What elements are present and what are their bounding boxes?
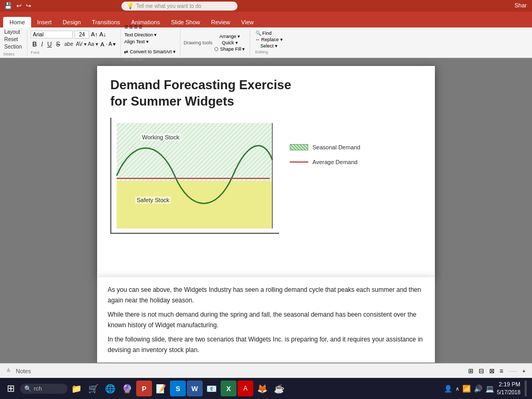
underline-button[interactable]: U (45, 40, 53, 49)
strikethrough-button[interactable]: S (54, 40, 62, 49)
slide-text-area: As you can see above, the Widgets Indust… (97, 277, 435, 363)
tray-expand-icon[interactable]: ∧ (455, 386, 459, 392)
tell-me-text: Tell me what you want to do (136, 3, 201, 9)
taskbar-cortana[interactable]: 🔮 (119, 381, 135, 396)
font-group: A↑ A↓ B I U S abe AV ▾ Aa ▾ A · A ▾ Font (31, 29, 121, 56)
taskbar-outlook[interactable]: 📧 (204, 381, 220, 396)
average-demand-label: Average Demand (312, 159, 357, 165)
lightbulb-icon: 💡 (127, 3, 134, 10)
taskbar-excel[interactable]: X (221, 381, 236, 396)
start-button[interactable]: ⊞ (2, 380, 19, 397)
tab-review[interactable]: Review (206, 17, 235, 27)
character-spacing-button[interactable]: abe (63, 41, 75, 48)
chart-legend: Seasonal Demand Average Demand (290, 118, 360, 165)
find-button[interactable]: 🔍 Find (255, 31, 283, 36)
slide[interactable]: Demand Forecasting Exercise for Summer W… (97, 66, 435, 277)
share-area: Shar (515, 2, 527, 8)
svg-rect-2 (117, 181, 272, 229)
working-stock-label: Working Stock (140, 134, 181, 141)
clock[interactable]: 2:19 PM 5/17/2018 (497, 381, 521, 396)
slide-title: Demand Forecasting Exercise for Summer W… (110, 77, 422, 109)
tell-me-bar[interactable]: 💡 Tell me what you want to do (121, 2, 238, 11)
slide-view-outline-icon[interactable]: ⊠ (489, 367, 495, 375)
tray-network-icon[interactable]: 📶 (462, 385, 471, 393)
font-size-input[interactable] (74, 31, 89, 39)
system-tray: 👤 ∧ 📶 🔊 💻 2:19 PM 5/17/2018 (444, 381, 530, 396)
text-direction-button[interactable]: Text Direction ▾ (124, 32, 157, 37)
taskbar-powerpoint[interactable]: P (136, 381, 152, 396)
decrease-font-button[interactable]: A↓ (99, 31, 106, 37)
shape-fill-button[interactable]: ⬡ Shape Fill ▾ (214, 46, 245, 52)
taskbar-file-manager[interactable]: 📁 (69, 381, 84, 396)
taskbar-firefox[interactable]: 🦊 (254, 381, 270, 396)
drawing-group: Drawing tools Arrange ▾ Quick ▾ ⬡ Shape … (184, 29, 250, 56)
main-content: Demand Forecasting Exercise for Summer W… (0, 58, 532, 378)
convert-smartart-button[interactable]: ⇄ Convert to SmartArt ▾ (124, 49, 176, 54)
show-desktop-button[interactable] (525, 381, 527, 396)
slide-view-reading-icon[interactable]: ≡ (500, 367, 504, 375)
align-center-button[interactable]: ≡ (129, 23, 132, 31)
arrange-button[interactable]: Arrange ▾ (214, 34, 245, 39)
taskbar-store[interactable]: 🛒 (86, 381, 101, 396)
notes-bar: ≙ Notes ⊞ ⊟ ⊠ ≡ — + (0, 363, 532, 378)
slides-group: Layout Reset Section Slides (3, 29, 27, 56)
taskbar-acrobat[interactable]: A (238, 381, 253, 396)
paragraph-group: ≡ ≡ ≡ ≡ Text Direction ▾ Align Text ▾ ⇄ … (124, 29, 180, 56)
separator: — (509, 366, 517, 376)
taskbar-search[interactable]: 🔍 rch (20, 384, 68, 394)
quick-access-undo[interactable]: ↩ (16, 2, 22, 10)
tab-home[interactable]: Home (3, 17, 31, 27)
slide-view-grid-icon[interactable]: ⊟ (479, 367, 484, 375)
fit-slide-button[interactable]: + (522, 368, 526, 374)
safety-stock-label: Safety Stock (135, 196, 171, 204)
slide-view-normal-icon[interactable]: ⊞ (468, 367, 473, 375)
font-color-button[interactable]: · A ▾ (106, 41, 117, 48)
seasonal-demand-label: Seasonal Demand (312, 144, 360, 150)
taskbar: ⊞ 🔍 rch 📁 🛒 🌐 🔮 P 📝 S W 📧 X A 🦊 ☕ 👤 ∧ 📶 … (0, 378, 532, 399)
quick-access-save[interactable]: 💾 (4, 2, 12, 10)
notes-label[interactable]: Notes (16, 368, 31, 374)
bold-button[interactable]: B (31, 40, 39, 49)
taskbar-search-icon: 🔍 (24, 385, 32, 392)
taskbar-word[interactable]: W (187, 381, 203, 396)
time-display: 2:19 PM (497, 381, 521, 388)
increase-font-button[interactable]: A↑ (91, 31, 98, 37)
tray-user-icon[interactable]: 👤 (444, 385, 452, 393)
select-button[interactable]: Select ▾ (255, 43, 283, 49)
chart-svg (111, 118, 280, 234)
reset-button[interactable]: Reset (3, 36, 19, 43)
align-text-button[interactable]: Align Text ▾ (124, 39, 148, 44)
body-text-1: As you can see above, the Widgets Indust… (108, 284, 424, 306)
taskbar-onenote[interactable]: 📝 (153, 381, 169, 396)
font-name-input[interactable] (31, 31, 73, 39)
tray-battery-icon[interactable]: 💻 (486, 385, 494, 393)
taskbar-java[interactable]: ☕ (271, 381, 287, 396)
quick-styles-button[interactable]: Quick ▾ (214, 40, 245, 45)
body-text-3: In the following slide, there are two sc… (108, 334, 424, 356)
tab-insert[interactable]: Insert (32, 17, 57, 27)
replace-button[interactable]: ↔ Replace ▾ (255, 37, 283, 42)
align-right-button[interactable]: ≡ (134, 23, 137, 31)
tray-volume-icon[interactable]: 🔊 (474, 385, 482, 393)
quick-access-redo[interactable]: ↪ (26, 2, 31, 10)
seasonal-demand-legend: Seasonal Demand (290, 144, 360, 150)
tab-view[interactable]: View (236, 17, 259, 27)
align-left-button[interactable]: ≡ (124, 23, 128, 31)
italic-button[interactable]: I (40, 40, 44, 49)
editing-group: 🔍 Find ↔ Replace ▾ Select ▾ Editing (253, 29, 285, 56)
section-button[interactable]: Section (3, 43, 23, 50)
av-button[interactable]: AV ▾ (76, 41, 87, 47)
tab-transitions[interactable]: Transitions (87, 17, 125, 27)
slides-group-label: Slides (3, 52, 15, 56)
justify-button[interactable]: ≡ (138, 23, 142, 31)
aa-button[interactable]: Aa ▾ (88, 41, 98, 47)
average-demand-legend: Average Demand (290, 159, 360, 165)
body-text-2: While there is not much demand during th… (108, 309, 424, 331)
layout-button[interactable]: Layout (3, 28, 21, 35)
paragraph-group-label: Paragraph (124, 57, 176, 62)
svg-rect-4 (117, 123, 272, 181)
taskbar-sharepoint[interactable]: S (170, 381, 186, 396)
taskbar-edge[interactable]: 🌐 (102, 381, 118, 396)
tab-design[interactable]: Design (58, 17, 86, 27)
editing-group-label: Editing (255, 50, 283, 54)
